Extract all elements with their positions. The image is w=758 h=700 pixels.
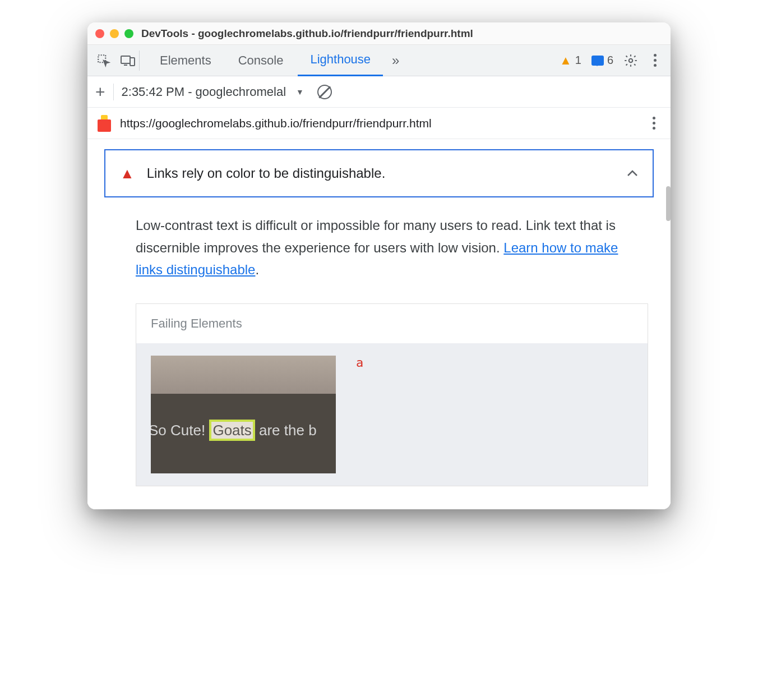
tab-console[interactable]: Console [226,45,296,76]
messages-count: 6 [607,54,613,67]
collapse-chevron-up-icon[interactable] [627,170,638,177]
failing-elements-table: Failing Elements So Cute! Goats are the … [136,303,648,486]
report-selector-chevron-icon[interactable]: ▼ [296,88,304,96]
device-toggle-icon[interactable] [120,54,136,67]
devtools-tabbar: Elements Console Lighthouse » ▲ 1 6 [87,45,671,76]
element-screenshot-thumb[interactable]: So Cute! Goats are the b [151,356,336,473]
lighthouse-toolbar: + 2:35:42 PM - googlechromelal ▼ [87,76,671,108]
element-tag-name[interactable]: a [356,356,363,370]
failing-elements-row: So Cute! Goats are the b a [136,343,648,486]
devtools-window: DevTools - googlechromelabs.github.io/fr… [87,22,671,509]
toolbar-divider [113,84,114,100]
devtools-menu-button[interactable] [648,54,662,67]
highlighted-link-text: Goats [209,420,255,441]
audit-fail-triangle-icon: ▲ [120,165,135,182]
message-icon [591,56,604,66]
clear-report-icon[interactable] [317,85,332,99]
report-url: https://googlechromelabs.github.io/frien… [120,117,638,130]
audit-header[interactable]: ▲ Links rely on color to be distinguisha… [104,149,654,197]
window-title: DevTools - googlechromelabs.github.io/fr… [141,27,473,40]
thumb-preview-text: So Cute! Goats are the b [151,422,317,439]
window-titlebar: DevTools - googlechromelabs.github.io/fr… [87,22,671,45]
tabbar-left-tools [93,50,140,71]
report-menu-button[interactable] [647,117,660,130]
report-body: ▲ Links rely on color to be distinguisha… [87,139,671,509]
minimize-window-button[interactable] [110,29,119,38]
audit-description: Low-contrast text is difficult or imposs… [136,214,648,281]
audit-title: Links rely on color to be distinguishabl… [147,165,614,181]
audit-description-suffix: . [255,262,259,277]
warning-triangle-icon: ▲ [560,53,572,68]
more-tabs-button[interactable]: » [385,53,406,68]
lighthouse-icon [98,115,111,132]
inspect-element-icon[interactable] [96,53,111,68]
svg-rect-1 [121,56,130,63]
svg-rect-3 [130,58,135,66]
warnings-count: 1 [575,54,581,67]
scrollbar-thumb[interactable] [666,186,671,221]
warnings-indicator[interactable]: ▲ 1 [560,53,581,68]
traffic-lights [95,29,133,38]
failing-elements-header: Failing Elements [136,304,648,343]
close-window-button[interactable] [95,29,104,38]
new-report-button[interactable]: + [95,84,105,100]
svg-point-4 [629,58,633,62]
zoom-window-button[interactable] [124,29,133,38]
settings-gear-icon[interactable] [623,53,638,68]
tab-elements[interactable]: Elements [147,45,224,76]
messages-indicator[interactable]: 6 [591,54,613,67]
report-url-row: https://googlechromelabs.github.io/frien… [87,108,671,139]
report-selector-label[interactable]: 2:35:42 PM - googlechromelal [122,85,286,99]
tab-lighthouse[interactable]: Lighthouse [298,45,383,76]
